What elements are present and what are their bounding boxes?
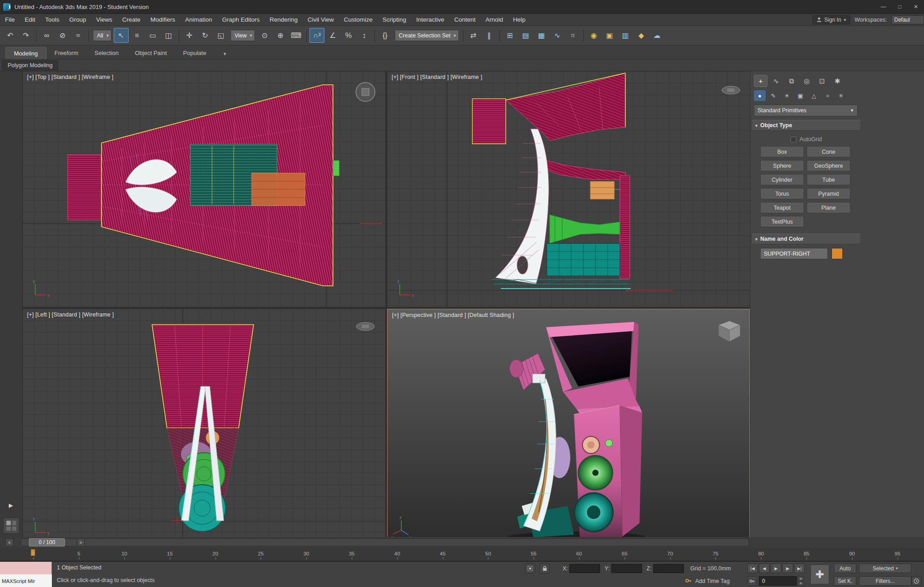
toggle-scene-explorer-icon[interactable]: ⊞ bbox=[503, 28, 517, 43]
auto-key-button[interactable]: Auto bbox=[834, 564, 856, 573]
menu-item-arnold[interactable]: Arnold bbox=[480, 14, 508, 25]
object-type-pyramid[interactable]: Pyramid bbox=[807, 188, 850, 199]
display-tab[interactable]: ⊡ bbox=[815, 75, 829, 87]
object-name-field[interactable]: SUPPORT-RIGHT bbox=[760, 248, 828, 259]
z-coordinate-field[interactable] bbox=[653, 564, 684, 573]
menu-item-views[interactable]: Views bbox=[91, 14, 117, 25]
select-object-icon[interactable]: ↖ bbox=[114, 28, 129, 43]
render-production-icon[interactable]: ◆ bbox=[634, 28, 649, 43]
object-type-cylinder[interactable]: Cylinder bbox=[760, 174, 804, 185]
maxscript-macro-recorder[interactable] bbox=[0, 562, 52, 574]
object-type-cone[interactable]: Cone bbox=[807, 146, 850, 157]
strip-expand-icon[interactable]: ▶ bbox=[6, 500, 16, 510]
next-frame-button[interactable]: ▶ bbox=[782, 564, 793, 573]
menu-item-edit[interactable]: Edit bbox=[20, 14, 40, 25]
object-type-plane[interactable]: Plane bbox=[807, 202, 850, 213]
tab-polygon-modeling[interactable]: Polygon Modeling bbox=[2, 60, 58, 70]
add-time-tag[interactable]: Add Time Tag bbox=[695, 578, 730, 584]
lights-category[interactable]: ☀ bbox=[781, 90, 793, 101]
ribbon-tab-modeling[interactable]: Modeling bbox=[5, 47, 46, 59]
object-type-torus[interactable]: Torus bbox=[760, 188, 804, 199]
menu-item-rendering[interactable]: Rendering bbox=[265, 14, 303, 25]
primitives-dropdown[interactable]: Standard Primitives ▼ bbox=[754, 105, 858, 116]
ribbon-tab-freeform[interactable]: Freeform bbox=[46, 47, 87, 59]
schematic-view-icon[interactable]: ⌗ bbox=[566, 28, 581, 43]
menu-item-animation[interactable]: Animation bbox=[180, 14, 217, 25]
ribbon-tab-object-paint[interactable]: Object Paint bbox=[127, 47, 175, 59]
menu-item-content[interactable]: Content bbox=[449, 14, 480, 25]
minimize-button[interactable]: — bbox=[875, 0, 892, 14]
menu-item-interactive[interactable]: Interactive bbox=[411, 14, 449, 25]
bind-to-space-warp-icon[interactable]: ≈ bbox=[71, 28, 86, 43]
play-animation-button[interactable]: ▶ bbox=[771, 564, 781, 573]
time-slider-groove[interactable] bbox=[21, 538, 749, 546]
ribbon-minimize-icon[interactable]: ▾ bbox=[218, 48, 231, 59]
key-mode-toggle[interactable] bbox=[747, 576, 757, 586]
viewport-perspective-label[interactable]: [+] [Perspective ] [Standard ] [Default … bbox=[392, 312, 514, 318]
angle-snap-icon[interactable]: ∠ bbox=[325, 28, 340, 43]
object-type-geosphere[interactable]: GeoSphere bbox=[807, 160, 850, 171]
menu-item-create[interactable]: Create bbox=[117, 14, 146, 25]
time-step-back-button[interactable]: < bbox=[5, 538, 14, 546]
object-type-textplus[interactable]: TextPlus bbox=[760, 216, 804, 227]
set-key-button[interactable]: Set K. bbox=[834, 576, 856, 586]
viewport-front[interactable]: [+] [Front ] [Standard ] [Wireframe ] bbox=[387, 71, 750, 307]
select-and-move-icon[interactable]: ✛ bbox=[182, 28, 197, 43]
viewcube[interactable] bbox=[356, 83, 375, 101]
hierarchy-tab[interactable]: ⧉ bbox=[785, 75, 798, 87]
menu-item-scripting[interactable]: Scripting bbox=[378, 14, 411, 25]
sign-in-button[interactable]: Sign In ▾ bbox=[813, 15, 850, 24]
ribbon-tab-populate[interactable]: Populate bbox=[175, 47, 214, 59]
menu-item-graph-editors[interactable]: Graph Editors bbox=[217, 14, 264, 25]
go-to-end-button[interactable]: ▶| bbox=[794, 564, 805, 573]
selected-dropdown[interactable]: Selected ▾ bbox=[859, 564, 911, 573]
reference-coordinate-dropdown[interactable]: View▾ bbox=[231, 30, 255, 41]
spacewarps-category[interactable]: ≈ bbox=[822, 90, 833, 101]
window-crossing-icon[interactable]: ◫ bbox=[161, 28, 176, 43]
curve-editor-icon[interactable]: ∿ bbox=[550, 28, 565, 43]
key-filters-button[interactable]: Filters... bbox=[859, 576, 911, 586]
snaps-toggle-icon[interactable]: ∩³ bbox=[310, 28, 324, 43]
set-keys-button[interactable]: ✚ bbox=[810, 564, 829, 584]
menu-item-modifiers[interactable]: Modifiers bbox=[145, 14, 180, 25]
material-editor-icon[interactable]: ◉ bbox=[587, 28, 601, 43]
align-icon[interactable]: ∥ bbox=[482, 28, 497, 43]
shapes-category[interactable]: ✎ bbox=[767, 90, 779, 101]
viewport-left[interactable]: [+] [Left ] [Standard ] [Wireframe ] bbox=[23, 309, 385, 545]
select-and-rotate-icon[interactable]: ↻ bbox=[198, 28, 213, 43]
time-spinner[interactable]: ▲▼ bbox=[798, 576, 804, 586]
viewport-perspective[interactable]: [+] [Perspective ] [Standard ] [Default … bbox=[387, 309, 750, 545]
track-bar[interactable]: 05101520253035404550556065707580859095 bbox=[0, 548, 924, 561]
spinner-down-icon[interactable]: ▼ bbox=[798, 581, 804, 586]
systems-category[interactable]: ✳ bbox=[835, 90, 847, 101]
modify-tab[interactable]: ∿ bbox=[769, 75, 783, 87]
go-to-start-button[interactable]: |◀ bbox=[747, 564, 758, 573]
menu-item-customize[interactable]: Customize bbox=[339, 14, 378, 25]
viewport-top-label[interactable]: [+] [Top ] [Standard ] [Wireframe ] bbox=[27, 74, 113, 80]
unlink-selection-icon[interactable]: ⊘ bbox=[55, 28, 70, 43]
render-setup-icon[interactable]: ▣ bbox=[602, 28, 617, 43]
use-pivot-center-icon[interactable]: ⊙ bbox=[257, 28, 272, 43]
close-button[interactable]: ✕ bbox=[908, 0, 924, 14]
redo-icon[interactable]: ↷ bbox=[18, 28, 33, 43]
percent-snap-icon[interactable]: % bbox=[341, 28, 356, 43]
object-color-swatch[interactable] bbox=[832, 248, 843, 259]
select-and-link-icon[interactable]: ∞ bbox=[39, 28, 54, 43]
object-type-sphere[interactable]: Sphere bbox=[760, 160, 804, 171]
ribbon-tab-selection[interactable]: Selection bbox=[87, 47, 127, 59]
select-and-scale-icon[interactable]: ◱ bbox=[213, 28, 228, 43]
viewport-layout-tabs-button[interactable] bbox=[3, 518, 19, 534]
object-type-tube[interactable]: Tube bbox=[807, 174, 850, 185]
workspaces-dropdown[interactable]: Defaul bbox=[892, 15, 924, 24]
rectangular-selection-region-icon[interactable]: ▭ bbox=[145, 28, 160, 43]
spinner-snap-icon[interactable]: ↕ bbox=[357, 28, 372, 43]
viewport-top[interactable]: [+] [Top ] [Standard ] [Wireframe ] bbox=[23, 71, 385, 307]
isolate-selection-toggle[interactable] bbox=[525, 564, 535, 573]
y-coordinate-field[interactable] bbox=[611, 564, 642, 573]
autogrid-checkbox[interactable] bbox=[790, 137, 796, 142]
rollout-object-type[interactable]: ▾ Object Type bbox=[752, 120, 860, 131]
viewport-left-label[interactable]: [+] [Left ] [Standard ] [Wireframe ] bbox=[27, 312, 114, 318]
keyboard-override-icon[interactable]: ⌨ bbox=[289, 28, 304, 43]
rendered-frame-window-icon[interactable]: ▥ bbox=[618, 28, 633, 43]
time-step-forward-button[interactable]: > bbox=[77, 538, 85, 546]
